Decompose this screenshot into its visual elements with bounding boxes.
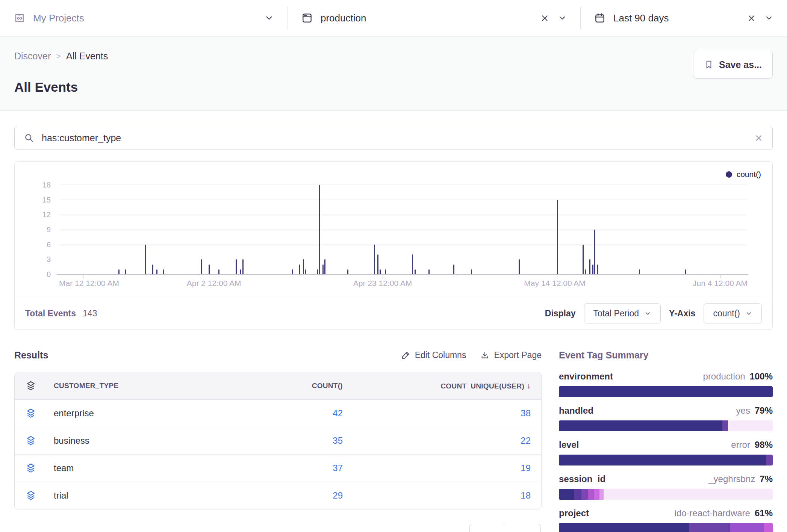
chart-bar[interactable] [377,254,378,274]
breadcrumb-discover-link[interactable]: Discover [14,51,51,62]
environment-clear-icon[interactable] [540,14,549,23]
chart-bar[interactable] [583,245,584,274]
chart-bar[interactable] [589,259,590,274]
tag-bar-segment[interactable] [730,523,764,532]
count-unique-user-value[interactable]: 18 [343,490,531,501]
count-unique-user-value[interactable]: 22 [343,435,531,446]
chart-bar[interactable] [240,269,241,274]
events-chart[interactable]: count() 0369121518Mar 12 12:00 AMApr 2 1… [15,162,772,297]
tag-bar-segment[interactable] [722,420,728,431]
chart-bar[interactable] [324,259,325,274]
chart-bar[interactable] [163,269,164,274]
chart-bar[interactable] [125,269,126,274]
chart-bar[interactable] [118,269,120,274]
chart-bar[interactable] [597,264,598,274]
date-range-chevron-down-icon[interactable] [764,14,773,23]
display-dropdown[interactable]: Total Period [584,303,661,323]
chart-bar[interactable] [218,269,219,274]
chart-bar[interactable] [385,269,386,274]
export-page-button[interactable]: Export Page [480,350,542,360]
chart-legend[interactable]: count() [726,170,761,179]
chart-bar[interactable] [471,269,472,274]
chart-bar[interactable] [592,264,593,274]
chart-bar[interactable] [519,259,520,274]
chart-bar[interactable] [412,254,413,274]
y-axis-dropdown[interactable]: count() [704,303,762,323]
chart-bar[interactable] [639,269,640,274]
chart-bar[interactable] [322,264,324,274]
chart-bar[interactable] [156,269,157,274]
count-value[interactable]: 35 [253,435,343,446]
column-header-customer-type[interactable]: CUSTOMER_TYPE [54,382,253,390]
count-unique-user-value[interactable]: 38 [343,408,531,419]
search-input[interactable] [41,132,747,144]
tag-bar-segment[interactable] [581,489,588,500]
tag-bar-segment[interactable] [588,489,594,500]
chart-bar[interactable] [303,259,304,274]
chart-bar[interactable] [299,264,300,274]
stack-icon[interactable] [25,490,54,501]
tag-bar-segment[interactable] [689,523,730,532]
stack-icon[interactable] [25,408,54,419]
chart-bar[interactable] [209,264,210,274]
date-range-clear-icon[interactable] [747,14,756,23]
count-unique-user-value[interactable]: 19 [343,463,531,473]
tag-bar-segment[interactable] [599,489,604,500]
tag-bar-segment[interactable] [594,489,599,500]
column-header-count-unique-user[interactable]: COUNT_UNIQUE(USER)↓ [343,381,531,390]
save-as-button[interactable]: Save as... [693,51,773,79]
chart-bar[interactable] [428,269,430,274]
tag-bar-segment[interactable] [559,420,722,431]
column-header-count[interactable]: COUNT() [253,382,343,390]
chart-bar[interactable] [242,259,244,274]
chart-bar[interactable] [557,200,558,274]
tag-bar-segment[interactable] [574,489,581,500]
tag-bar-segment[interactable] [559,489,574,500]
tag-bar-segment[interactable] [764,523,773,532]
tag-bar-segment[interactable] [604,489,773,500]
chart-bar[interactable] [152,264,153,274]
chart-bar[interactable] [319,185,320,274]
stack-icon[interactable] [25,435,54,446]
chart-y-tick-label: 15 [27,196,51,204]
stack-icon[interactable] [25,462,54,474]
search-clear-icon[interactable] [754,133,763,143]
date-range-filter[interactable]: Last 90 days [580,0,787,36]
chart-bar[interactable] [685,269,686,274]
projects-filter[interactable]: My Projects [0,0,288,36]
tag-bar-segment[interactable] [559,386,773,397]
chart-bar[interactable] [317,269,318,274]
tag-top-value: _yeghrsbnz [708,474,755,484]
chart-bar[interactable] [380,269,381,274]
chart-bar[interactable] [415,269,416,274]
tag-bar-segment[interactable] [728,420,773,431]
pagination-next-button[interactable] [505,524,541,532]
tag-top-value: production [703,371,745,382]
chart-bar[interactable] [594,230,595,274]
projects-chevron-down-icon[interactable] [264,13,274,23]
count-value[interactable]: 29 [253,490,343,501]
chart-bar[interactable] [145,245,146,274]
chart-bar[interactable] [347,269,348,274]
environment-chevron-down-icon[interactable] [558,14,567,23]
chart-bar[interactable] [292,269,293,274]
tag-distribution-bar[interactable] [559,455,773,466]
tag-distribution-bar[interactable] [559,523,773,532]
chart-bar[interactable] [585,269,586,274]
chart-bar[interactable] [374,245,375,274]
tag-distribution-bar[interactable] [559,386,773,397]
tag-distribution-bar[interactable] [559,489,773,500]
chart-bar[interactable] [305,269,306,274]
chart-bar[interactable] [236,259,237,274]
pagination-prev-button[interactable] [469,524,505,532]
tag-distribution-bar[interactable] [559,420,773,431]
tag-bar-segment[interactable] [559,455,766,466]
chart-bar[interactable] [201,259,202,274]
environment-filter[interactable]: production [288,0,580,36]
tag-bar-segment[interactable] [559,523,689,532]
edit-columns-button[interactable]: Edit Columns [401,350,466,360]
count-value[interactable]: 37 [253,463,343,473]
chart-bar[interactable] [453,264,454,274]
tag-bar-segment[interactable] [766,455,773,466]
count-value[interactable]: 42 [253,408,343,419]
